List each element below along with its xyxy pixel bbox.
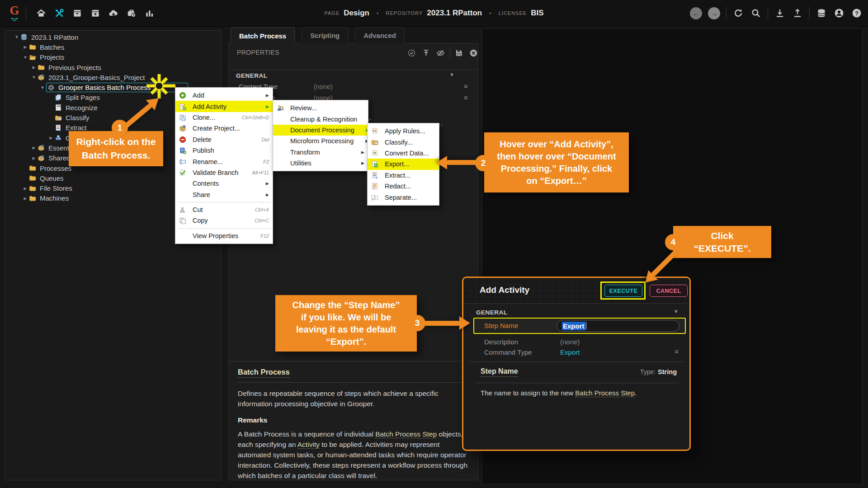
expander-closed-icon[interactable]: ▶ <box>30 65 38 70</box>
tree-item-projects[interactable]: ▼Projects <box>5 52 221 62</box>
step-name-input[interactable]: Export <box>557 320 679 332</box>
tree-item-2023-1-rpatton[interactable]: ▼2023.1 RPatton <box>5 32 221 42</box>
general-section-header[interactable]: GENERAL ▼ <box>229 70 478 82</box>
menu-item-share[interactable]: Share▶ <box>175 189 273 200</box>
help-title-link[interactable]: Step Name <box>481 367 518 377</box>
row-menu-icon[interactable]: ≡ <box>675 347 679 355</box>
content-type-value[interactable]: (none) <box>314 83 333 90</box>
chevron-down-icon[interactable]: ▼ <box>449 72 454 77</box>
chevron-down-icon[interactable]: ▼ <box>674 309 679 314</box>
stats-icon[interactable] <box>144 7 156 19</box>
expander-open-icon[interactable]: ▼ <box>22 55 29 60</box>
cloud-upload-icon[interactable] <box>108 7 119 19</box>
menu-item-cleanup-recognition[interactable]: Cleanup & Recognition▶ <box>273 113 368 124</box>
menu-shortcut: F12 <box>260 233 269 239</box>
menu-shortcut: Del <box>261 137 269 142</box>
grooper-logo: G <box>6 4 23 23</box>
menu-item-contents[interactable]: Contents▶ <box>175 178 273 189</box>
description-label: Description <box>484 338 518 346</box>
menu-item-clone[interactable]: Clone...Ctrl+Shift+D <box>175 112 273 123</box>
menu-item-cut[interactable]: CutCtrl+X <box>175 204 273 215</box>
menu-item-transform[interactable]: Transform▶ <box>273 147 368 158</box>
expander-closed-icon[interactable]: ▶ <box>22 186 29 191</box>
page-value[interactable]: Design <box>344 9 369 18</box>
upload-icon[interactable] <box>792 7 803 19</box>
expander-closed-icon[interactable]: ▶ <box>22 45 29 49</box>
menu-item-document-processing[interactable]: Document Processing▶ <box>273 125 368 136</box>
menu-item-apply-rules[interactable]: Apply Rules... <box>368 126 439 136</box>
download-icon[interactable] <box>774 7 786 19</box>
dialog-general-section[interactable]: GENERAL ▼ <box>463 307 689 319</box>
expander-closed-icon[interactable]: ▶ <box>22 196 29 201</box>
badge-check-icon[interactable] <box>406 47 417 59</box>
menu-item-redact[interactable]: Redact... <box>368 181 439 192</box>
callout-1-number: 1 <box>112 120 128 136</box>
menu-item-view-properties[interactable]: View PropertiesF12 <box>175 230 273 241</box>
forward-icon[interactable]: → <box>708 7 720 19</box>
save-icon[interactable] <box>453 47 465 59</box>
row-menu-icon[interactable]: ≡ <box>464 94 468 101</box>
expander-open-icon[interactable]: ▼ <box>30 75 38 80</box>
callout-2-box: Hover over “Add Activity”,then hover ove… <box>484 132 629 192</box>
menu-item-add[interactable]: Add▶ <box>175 90 273 101</box>
tasks-clock-icon[interactable] <box>126 7 137 19</box>
menu-item-review[interactable]: Review... <box>273 103 368 113</box>
close-icon[interactable] <box>467 47 478 59</box>
empty-icon-slot <box>277 137 286 145</box>
doc-title-link[interactable]: Batch Process <box>238 368 290 378</box>
callout-2-number: 2 <box>475 155 491 171</box>
refresh-icon[interactable] <box>732 7 744 19</box>
menu-item-create-project[interactable]: Create Project... <box>175 123 273 134</box>
repository-value[interactable]: 2023.1 RPatton <box>427 9 482 18</box>
batch-process-step-link[interactable]: Batch Process Step <box>375 430 437 438</box>
menu-item-rename[interactable]: Rename...F2 <box>175 156 273 167</box>
tools-icon[interactable] <box>53 7 65 19</box>
batch-box-icon[interactable] <box>71 7 83 19</box>
callout-4-box: Click“EXECUTE”. <box>673 226 771 258</box>
home-icon[interactable] <box>35 7 47 19</box>
publish-up-icon[interactable] <box>420 47 432 59</box>
tree-item-previous-projects[interactable]: ▶Previous Projects <box>5 62 221 72</box>
tree-item-batches[interactable]: ▶Batches <box>5 42 221 52</box>
back-icon[interactable]: ← <box>690 7 702 19</box>
menu-item-label: Redact... <box>385 183 435 190</box>
cancel-button[interactable]: CANCEL <box>650 285 688 297</box>
row-menu-icon[interactable]: ≡ <box>464 82 468 90</box>
user-icon[interactable] <box>833 7 845 19</box>
menu-item-microform-processing[interactable]: Microform Processing▶ <box>273 136 368 146</box>
database-icon[interactable] <box>816 7 827 19</box>
expander-open-icon[interactable]: ▼ <box>13 35 20 39</box>
tab-batch-process[interactable]: Batch Process <box>231 27 295 44</box>
menu-item-utilities[interactable]: Utilities▶ <box>273 158 368 169</box>
menu-item-label: Transform <box>290 149 358 156</box>
expander-open-icon[interactable]: ▼ <box>39 85 46 90</box>
expander-closed-icon[interactable]: ▶ <box>30 156 38 160</box>
menu-item-export[interactable]: Export... <box>368 159 439 169</box>
search-icon[interactable] <box>750 7 762 19</box>
menu-item-classify[interactable]: aClassify... <box>368 136 439 147</box>
help-icon[interactable]: ? <box>851 7 863 19</box>
batch-process-step-link[interactable]: Batch Process Step <box>575 389 635 397</box>
tab-scripting[interactable]: Scripting <box>302 27 348 43</box>
tree-item-2023-1-grooper-basics-project[interactable]: ▼2023.1_Grooper-Basics_Project <box>5 72 221 82</box>
eye-off-icon[interactable] <box>434 47 446 59</box>
menu-item-extract[interactable]: Extract... <box>368 170 439 181</box>
dialog-general-label: GENERAL <box>476 309 508 316</box>
menu-item-validate-branch[interactable]: Validate BranchAlt+F11 <box>175 167 273 178</box>
callout-text-line: “Export”. <box>275 336 417 348</box>
batch-play-icon[interactable] <box>90 7 101 19</box>
activity-link[interactable]: Activity <box>297 441 320 449</box>
command-type-value[interactable]: Export <box>560 348 580 356</box>
menu-item-add-activity[interactable]: Add Activity▶ <box>175 101 273 112</box>
tab-advanced[interactable]: Advanced <box>355 27 405 43</box>
description-value[interactable]: (none) <box>560 338 580 346</box>
expander-closed-icon[interactable]: ▶ <box>30 145 38 150</box>
menu-item-convert-data[interactable]: Convert Data... <box>368 148 439 159</box>
menu-item-publish[interactable]: Publish <box>175 145 273 156</box>
apply-rules-icon <box>371 127 380 135</box>
menu-item-delete[interactable]: DeleteDel <box>175 134 273 145</box>
menu-item-separate[interactable]: Separate... <box>368 192 439 202</box>
tree-item-label: Recognize <box>66 104 98 112</box>
expander-closed-icon[interactable]: ▶ <box>47 136 55 140</box>
menu-item-copy[interactable]: CopyCtrl+C <box>175 215 273 226</box>
